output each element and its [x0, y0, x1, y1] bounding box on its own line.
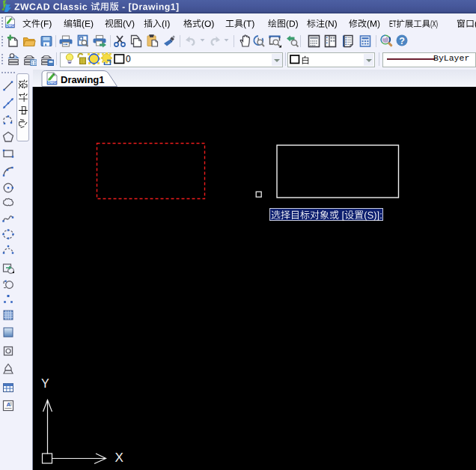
svg-text:DWG: DWG [6, 24, 14, 28]
svg-text:?: ? [399, 36, 405, 46]
svg-text:DWG: DWG [48, 81, 57, 85]
